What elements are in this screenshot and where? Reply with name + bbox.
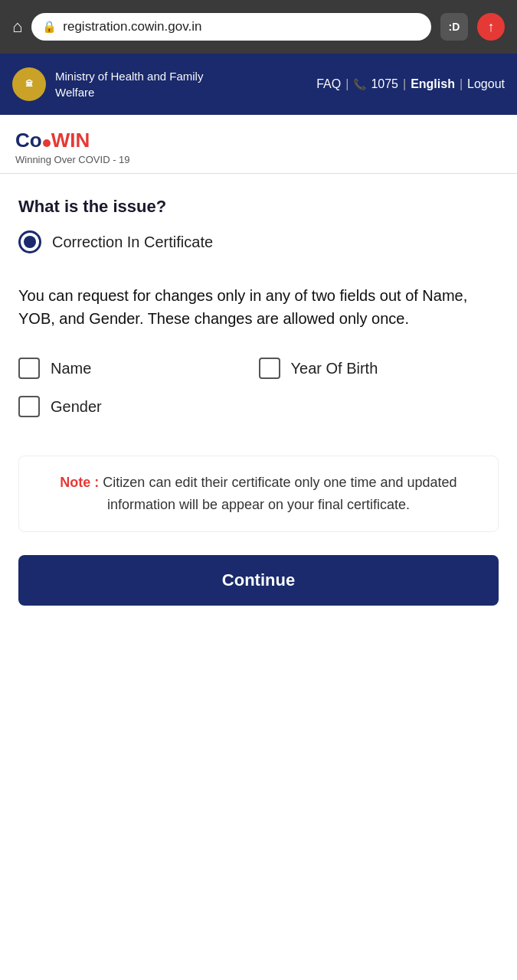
note-section: Note : Citizen can edit their certificat… [18, 456, 499, 532]
logout-link[interactable]: Logout [467, 77, 505, 91]
checkbox-name-container: Name [18, 358, 259, 379]
browser-chrome: ⌂ 🔒 registration.cowin.gov.in :D ↑ [0, 0, 517, 54]
ashoka-emblem: 🏛 [12, 67, 46, 101]
phone-number: 1075 [371, 77, 398, 91]
checkbox-gender[interactable] [18, 396, 40, 417]
upload-icon: ↑ [488, 19, 495, 35]
faq-link[interactable]: FAQ [316, 77, 341, 91]
logo-tagline: Winning Over COVID - 19 [15, 154, 502, 165]
checkbox-gender-container: Gender [18, 396, 499, 417]
checkbox-grid: Name Year Of Birth Gender [18, 358, 499, 417]
url-text: registration.cowin.gov.in [63, 19, 201, 34]
phone-icon: 📞 [353, 78, 366, 90]
issue-question: What is the issue? [18, 197, 499, 217]
continue-button[interactable]: Continue [18, 555, 499, 606]
radio-inner [24, 236, 36, 248]
header-right: FAQ | 📞 1075 | English | Logout [316, 77, 505, 91]
tab-icon[interactable]: :D [440, 13, 468, 41]
logo-dot [43, 139, 51, 147]
checkbox-row-name-yob: Name Year Of Birth [18, 358, 499, 379]
checkbox-yob[interactable] [259, 358, 280, 379]
checkbox-yob-label: Year Of Birth [291, 360, 378, 377]
logo-win: WIN [51, 129, 90, 152]
checkbox-row-gender: Gender [18, 396, 499, 417]
radio-correction-certificate[interactable]: Correction In Certificate [18, 230, 499, 253]
info-text: You can request for changes only in any … [18, 284, 499, 330]
logo-co: Co [15, 129, 42, 152]
checkbox-yob-container: Year Of Birth [259, 358, 499, 379]
home-icon[interactable]: ⌂ [12, 17, 22, 37]
main-content: What is the issue? Correction In Certifi… [0, 174, 517, 644]
note-text: Citizen can edit their certificate only … [99, 475, 456, 512]
logo-area: Co WIN Winning Over COVID - 19 [0, 115, 517, 174]
site-header: 🏛 Ministry of Health and Family Welfare … [0, 54, 517, 115]
ministry-name: Ministry of Health and Family Welfare [55, 68, 208, 100]
cowin-logo: Co WIN [15, 129, 502, 152]
checkbox-name-label: Name [51, 360, 91, 377]
note-label: Note : [60, 475, 99, 490]
language-link[interactable]: English [411, 77, 455, 91]
radio-circle[interactable] [18, 230, 41, 253]
checkbox-gender-label: Gender [51, 398, 102, 416]
header-left: 🏛 Ministry of Health and Family Welfare [12, 67, 208, 101]
address-bar[interactable]: 🔒 registration.cowin.gov.in [31, 13, 431, 41]
upload-button[interactable]: ↑ [477, 13, 505, 41]
checkbox-name[interactable] [18, 358, 40, 379]
lock-icon: 🔒 [42, 20, 57, 34]
radio-label: Correction In Certificate [52, 234, 213, 251]
